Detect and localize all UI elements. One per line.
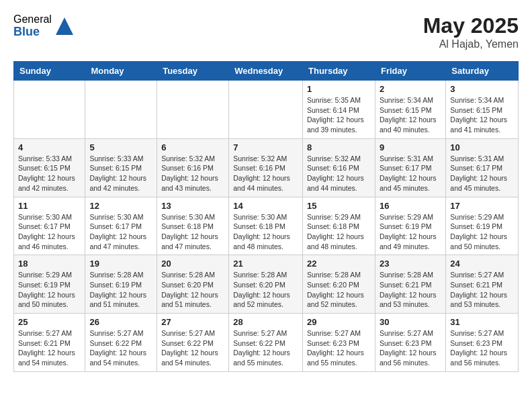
calendar-cell: 13Sunrise: 5:30 AM Sunset: 6:18 PM Dayli… xyxy=(157,197,229,255)
day-info: Sunrise: 5:32 AM Sunset: 6:16 PM Dayligh… xyxy=(161,154,224,193)
calendar-week-row: 1Sunrise: 5:35 AM Sunset: 6:14 PM Daylig… xyxy=(14,81,519,139)
day-number: 15 xyxy=(307,201,371,211)
day-info: Sunrise: 5:27 AM Sunset: 6:23 PM Dayligh… xyxy=(307,328,371,368)
calendar-cell: 5Sunrise: 5:33 AM Sunset: 6:15 PM Daylig… xyxy=(85,138,157,197)
calendar-cell: 29Sunrise: 5:27 AM Sunset: 6:23 PM Dayli… xyxy=(303,314,375,372)
day-info: Sunrise: 5:28 AM Sunset: 6:20 PM Dayligh… xyxy=(233,270,298,310)
calendar-cell: 20Sunrise: 5:28 AM Sunset: 6:20 PM Dayli… xyxy=(157,255,229,314)
day-number: 10 xyxy=(450,142,514,152)
day-number: 16 xyxy=(380,201,441,211)
logo-text: General Blue xyxy=(13,13,52,38)
day-number: 1 xyxy=(307,84,371,94)
weekday-header-row: SundayMondayTuesdayWednesdayThursdayFrid… xyxy=(14,62,519,81)
calendar-cell: 9Sunrise: 5:31 AM Sunset: 6:17 PM Daylig… xyxy=(375,138,445,197)
day-info: Sunrise: 5:28 AM Sunset: 6:21 PM Dayligh… xyxy=(380,270,441,310)
logo: General Blue xyxy=(13,13,75,38)
svg-marker-0 xyxy=(56,17,73,35)
weekday-header-saturday: Saturday xyxy=(446,62,519,81)
logo-general: General xyxy=(13,13,52,26)
day-info: Sunrise: 5:32 AM Sunset: 6:16 PM Dayligh… xyxy=(233,154,298,193)
calendar-cell: 11Sunrise: 5:30 AM Sunset: 6:17 PM Dayli… xyxy=(14,197,85,255)
day-number: 17 xyxy=(450,201,514,211)
calendar-cell: 12Sunrise: 5:30 AM Sunset: 6:17 PM Dayli… xyxy=(85,197,157,255)
calendar-cell: 7Sunrise: 5:32 AM Sunset: 6:16 PM Daylig… xyxy=(229,138,303,197)
weekday-header-sunday: Sunday xyxy=(14,62,85,81)
day-number: 11 xyxy=(18,201,81,211)
calendar-cell: 4Sunrise: 5:33 AM Sunset: 6:15 PM Daylig… xyxy=(14,138,85,197)
calendar-cell: 25Sunrise: 5:27 AM Sunset: 6:21 PM Dayli… xyxy=(14,314,85,372)
day-info: Sunrise: 5:28 AM Sunset: 6:19 PM Dayligh… xyxy=(89,270,152,310)
weekday-header-thursday: Thursday xyxy=(303,62,375,81)
day-number: 14 xyxy=(233,201,298,211)
day-info: Sunrise: 5:27 AM Sunset: 6:22 PM Dayligh… xyxy=(161,328,224,368)
day-info: Sunrise: 5:29 AM Sunset: 6:19 PM Dayligh… xyxy=(380,212,441,252)
day-info: Sunrise: 5:33 AM Sunset: 6:15 PM Dayligh… xyxy=(89,154,152,193)
day-info: Sunrise: 5:33 AM Sunset: 6:15 PM Dayligh… xyxy=(18,154,81,193)
day-number: 3 xyxy=(450,84,514,94)
day-number: 30 xyxy=(380,317,441,327)
day-info: Sunrise: 5:27 AM Sunset: 6:21 PM Dayligh… xyxy=(18,328,81,368)
day-info: Sunrise: 5:29 AM Sunset: 6:18 PM Dayligh… xyxy=(307,212,371,252)
day-number: 25 xyxy=(18,317,81,327)
day-number: 20 xyxy=(161,259,224,269)
title-block: May 2025 Al Hajab, Yemen xyxy=(423,13,519,50)
calendar-cell: 18Sunrise: 5:29 AM Sunset: 6:19 PM Dayli… xyxy=(14,255,85,314)
day-info: Sunrise: 5:32 AM Sunset: 6:16 PM Dayligh… xyxy=(307,154,371,193)
day-number: 31 xyxy=(450,317,514,327)
day-number: 8 xyxy=(307,142,371,152)
calendar-cell: 24Sunrise: 5:27 AM Sunset: 6:21 PM Dayli… xyxy=(446,255,519,314)
day-info: Sunrise: 5:27 AM Sunset: 6:22 PM Dayligh… xyxy=(89,328,152,368)
logo-blue: Blue xyxy=(13,26,52,39)
calendar-week-row: 11Sunrise: 5:30 AM Sunset: 6:17 PM Dayli… xyxy=(14,197,519,255)
day-info: Sunrise: 5:31 AM Sunset: 6:17 PM Dayligh… xyxy=(380,154,441,193)
day-number: 12 xyxy=(89,201,152,211)
day-number: 22 xyxy=(307,259,371,269)
day-info: Sunrise: 5:27 AM Sunset: 6:21 PM Dayligh… xyxy=(450,270,514,310)
calendar-cell: 23Sunrise: 5:28 AM Sunset: 6:21 PM Dayli… xyxy=(375,255,445,314)
calendar-cell: 31Sunrise: 5:27 AM Sunset: 6:23 PM Dayli… xyxy=(446,314,519,372)
calendar-cell: 10Sunrise: 5:31 AM Sunset: 6:17 PM Dayli… xyxy=(446,138,519,197)
location-subtitle: Al Hajab, Yemen xyxy=(423,38,519,50)
day-number: 4 xyxy=(18,142,81,152)
day-info: Sunrise: 5:28 AM Sunset: 6:20 PM Dayligh… xyxy=(307,270,371,310)
day-number: 6 xyxy=(161,142,224,152)
calendar-cell: 27Sunrise: 5:27 AM Sunset: 6:22 PM Dayli… xyxy=(157,314,229,372)
day-number: 29 xyxy=(307,317,371,327)
weekday-header-wednesday: Wednesday xyxy=(229,62,303,81)
calendar-cell: 30Sunrise: 5:27 AM Sunset: 6:23 PM Dayli… xyxy=(375,314,445,372)
day-info: Sunrise: 5:30 AM Sunset: 6:18 PM Dayligh… xyxy=(161,212,224,252)
page-header: General Blue May 2025 Al Hajab, Yemen xyxy=(13,13,519,50)
day-number: 2 xyxy=(380,84,441,94)
calendar-week-row: 25Sunrise: 5:27 AM Sunset: 6:21 PM Dayli… xyxy=(14,314,519,372)
calendar-cell: 8Sunrise: 5:32 AM Sunset: 6:16 PM Daylig… xyxy=(303,138,375,197)
calendar-cell: 19Sunrise: 5:28 AM Sunset: 6:19 PM Dayli… xyxy=(85,255,157,314)
calendar-cell: 21Sunrise: 5:28 AM Sunset: 6:20 PM Dayli… xyxy=(229,255,303,314)
calendar-table: SundayMondayTuesdayWednesdayThursdayFrid… xyxy=(13,61,519,372)
calendar-cell xyxy=(85,81,157,139)
day-number: 13 xyxy=(161,201,224,211)
day-number: 23 xyxy=(380,259,441,269)
calendar-cell: 1Sunrise: 5:35 AM Sunset: 6:14 PM Daylig… xyxy=(303,81,375,139)
day-info: Sunrise: 5:35 AM Sunset: 6:14 PM Dayligh… xyxy=(307,95,371,135)
day-info: Sunrise: 5:30 AM Sunset: 6:17 PM Dayligh… xyxy=(89,212,152,252)
calendar-cell: 17Sunrise: 5:29 AM Sunset: 6:19 PM Dayli… xyxy=(446,197,519,255)
day-info: Sunrise: 5:27 AM Sunset: 6:23 PM Dayligh… xyxy=(450,328,514,368)
day-number: 24 xyxy=(450,259,514,269)
calendar-cell: 15Sunrise: 5:29 AM Sunset: 6:18 PM Dayli… xyxy=(303,197,375,255)
weekday-header-monday: Monday xyxy=(85,62,157,81)
logo-icon xyxy=(54,16,75,36)
calendar-cell: 3Sunrise: 5:34 AM Sunset: 6:15 PM Daylig… xyxy=(446,81,519,139)
day-number: 19 xyxy=(89,259,152,269)
day-info: Sunrise: 5:27 AM Sunset: 6:23 PM Dayligh… xyxy=(380,328,441,368)
calendar-cell: 26Sunrise: 5:27 AM Sunset: 6:22 PM Dayli… xyxy=(85,314,157,372)
calendar-week-row: 18Sunrise: 5:29 AM Sunset: 6:19 PM Dayli… xyxy=(14,255,519,314)
calendar-cell: 14Sunrise: 5:30 AM Sunset: 6:18 PM Dayli… xyxy=(229,197,303,255)
day-number: 26 xyxy=(89,317,152,327)
day-number: 5 xyxy=(89,142,152,152)
day-info: Sunrise: 5:31 AM Sunset: 6:17 PM Dayligh… xyxy=(450,154,514,193)
weekday-header-friday: Friday xyxy=(375,62,445,81)
calendar-cell: 16Sunrise: 5:29 AM Sunset: 6:19 PM Dayli… xyxy=(375,197,445,255)
day-number: 28 xyxy=(233,317,298,327)
calendar-cell: 6Sunrise: 5:32 AM Sunset: 6:16 PM Daylig… xyxy=(157,138,229,197)
calendar-week-row: 4Sunrise: 5:33 AM Sunset: 6:15 PM Daylig… xyxy=(14,138,519,197)
